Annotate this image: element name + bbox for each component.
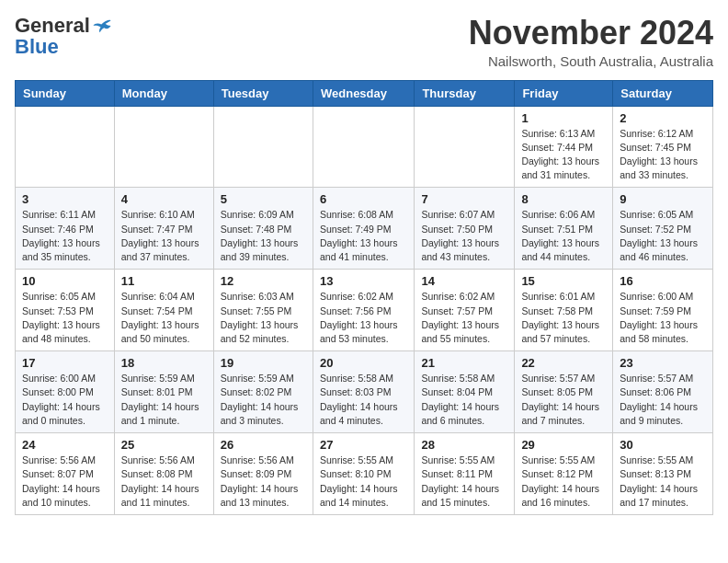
calendar-week-row: 3Sunrise: 6:11 AM Sunset: 7:46 PM Daylig… [16,188,713,270]
day-number: 27 [320,438,407,452]
day-number: 16 [620,274,706,288]
calendar-cell: 28Sunrise: 5:55 AM Sunset: 8:11 PM Dayli… [415,433,515,515]
col-header-tuesday: Tuesday [213,80,313,106]
day-info: Sunrise: 5:59 AM Sunset: 8:01 PM Dayligh… [121,372,207,428]
calendar-cell: 16Sunrise: 6:00 AM Sunset: 7:59 PM Dayli… [613,270,713,351]
calendar-cell: 26Sunrise: 5:56 AM Sunset: 8:09 PM Dayli… [213,433,313,515]
day-number: 25 [121,438,207,452]
day-info: Sunrise: 6:05 AM Sunset: 7:53 PM Dayligh… [22,290,108,346]
day-info: Sunrise: 6:10 AM Sunset: 7:47 PM Dayligh… [121,208,207,264]
calendar-cell: 8Sunrise: 6:06 AM Sunset: 7:51 PM Daylig… [515,188,613,270]
day-info: Sunrise: 6:00 AM Sunset: 8:00 PM Dayligh… [22,372,108,428]
day-info: Sunrise: 5:56 AM Sunset: 8:07 PM Dayligh… [22,454,108,510]
day-info: Sunrise: 5:55 AM Sunset: 8:12 PM Dayligh… [521,454,606,510]
day-number: 15 [521,274,606,288]
day-number: 12 [221,274,306,288]
day-number: 7 [421,192,507,206]
day-number: 8 [521,192,606,206]
col-header-monday: Monday [114,80,213,106]
day-info: Sunrise: 6:11 AM Sunset: 7:46 PM Dayligh… [22,208,108,264]
calendar-cell: 11Sunrise: 6:04 AM Sunset: 7:54 PM Dayli… [114,270,213,351]
calendar-cell: 24Sunrise: 5:56 AM Sunset: 8:07 PM Dayli… [16,433,115,515]
day-number: 19 [221,356,306,370]
day-info: Sunrise: 6:03 AM Sunset: 7:55 PM Dayligh… [221,290,306,346]
day-info: Sunrise: 5:55 AM Sunset: 8:13 PM Dayligh… [620,454,706,510]
location-subtitle: Nailsworth, South Australia, Australia [469,53,713,69]
day-info: Sunrise: 5:57 AM Sunset: 8:05 PM Dayligh… [521,372,606,428]
day-number: 9 [620,192,706,206]
day-info: Sunrise: 5:56 AM Sunset: 8:08 PM Dayligh… [121,454,207,510]
day-number: 11 [121,274,207,288]
day-info: Sunrise: 6:02 AM Sunset: 7:56 PM Dayligh… [320,290,407,346]
calendar-header-row: SundayMondayTuesdayWednesdayThursdayFrid… [16,80,713,106]
calendar-week-row: 1Sunrise: 6:13 AM Sunset: 7:44 PM Daylig… [16,106,713,188]
day-number: 17 [22,356,108,370]
col-header-wednesday: Wednesday [313,80,414,106]
col-header-thursday: Thursday [415,80,515,106]
day-info: Sunrise: 6:04 AM Sunset: 7:54 PM Dayligh… [121,290,207,346]
month-title: November 2024 [469,15,713,52]
day-info: Sunrise: 5:56 AM Sunset: 8:09 PM Dayligh… [221,454,306,510]
col-header-saturday: Saturday [613,80,713,106]
day-info: Sunrise: 6:05 AM Sunset: 7:52 PM Dayligh… [620,208,706,264]
day-number: 14 [421,274,507,288]
day-number: 18 [121,356,207,370]
logo-general: General [15,15,90,37]
day-info: Sunrise: 6:06 AM Sunset: 7:51 PM Dayligh… [521,208,606,264]
day-number: 4 [121,192,207,206]
day-number: 13 [320,274,407,288]
day-info: Sunrise: 6:01 AM Sunset: 7:58 PM Dayligh… [521,290,606,346]
day-number: 28 [421,438,507,452]
day-number: 21 [421,356,507,370]
day-info: Sunrise: 6:09 AM Sunset: 7:48 PM Dayligh… [221,208,306,264]
calendar-week-row: 17Sunrise: 6:00 AM Sunset: 8:00 PM Dayli… [16,351,713,433]
day-number: 20 [320,356,407,370]
calendar-cell: 22Sunrise: 5:57 AM Sunset: 8:05 PM Dayli… [515,351,613,433]
logo: General Blue [15,15,112,57]
calendar-cell: 15Sunrise: 6:01 AM Sunset: 7:58 PM Dayli… [515,270,613,351]
calendar-cell: 13Sunrise: 6:02 AM Sunset: 7:56 PM Dayli… [313,270,414,351]
day-info: Sunrise: 5:58 AM Sunset: 8:04 PM Dayligh… [421,372,507,428]
calendar-cell: 20Sunrise: 5:58 AM Sunset: 8:03 PM Dayli… [313,351,414,433]
day-number: 26 [221,438,306,452]
calendar-cell: 19Sunrise: 5:59 AM Sunset: 8:02 PM Dayli… [213,351,313,433]
calendar-cell: 17Sunrise: 6:00 AM Sunset: 8:00 PM Dayli… [16,351,115,433]
day-number: 23 [620,356,706,370]
calendar-week-row: 24Sunrise: 5:56 AM Sunset: 8:07 PM Dayli… [16,433,713,515]
day-info: Sunrise: 6:00 AM Sunset: 7:59 PM Dayligh… [620,290,706,346]
day-number: 5 [221,192,306,206]
day-number: 29 [521,438,606,452]
calendar-cell: 21Sunrise: 5:58 AM Sunset: 8:04 PM Dayli… [415,351,515,433]
calendar-cell: 1Sunrise: 6:13 AM Sunset: 7:44 PM Daylig… [515,106,613,188]
calendar-table: SundayMondayTuesdayWednesdayThursdayFrid… [15,80,713,515]
calendar-cell: 2Sunrise: 6:12 AM Sunset: 7:45 PM Daylig… [613,106,713,188]
calendar-cell: 6Sunrise: 6:08 AM Sunset: 7:49 PM Daylig… [313,188,414,270]
calendar-cell: 14Sunrise: 6:02 AM Sunset: 7:57 PM Dayli… [415,270,515,351]
logo-bird-icon [92,16,112,36]
calendar-cell [313,106,414,188]
day-number: 30 [620,438,706,452]
calendar-cell: 9Sunrise: 6:05 AM Sunset: 7:52 PM Daylig… [613,188,713,270]
day-number: 3 [22,192,108,206]
page-header: General Blue November 2024 Nailsworth, S… [15,15,713,69]
calendar-cell: 18Sunrise: 5:59 AM Sunset: 8:01 PM Dayli… [114,351,213,433]
calendar-cell: 10Sunrise: 6:05 AM Sunset: 7:53 PM Dayli… [16,270,115,351]
calendar-cell: 27Sunrise: 5:55 AM Sunset: 8:10 PM Dayli… [313,433,414,515]
calendar-cell: 30Sunrise: 5:55 AM Sunset: 8:13 PM Dayli… [613,433,713,515]
day-info: Sunrise: 5:55 AM Sunset: 8:10 PM Dayligh… [320,454,407,510]
calendar-cell: 4Sunrise: 6:10 AM Sunset: 7:47 PM Daylig… [114,188,213,270]
day-info: Sunrise: 6:12 AM Sunset: 7:45 PM Dayligh… [620,127,706,183]
day-number: 22 [521,356,606,370]
calendar-cell [16,106,115,188]
calendar-cell: 25Sunrise: 5:56 AM Sunset: 8:08 PM Dayli… [114,433,213,515]
col-header-sunday: Sunday [16,80,115,106]
day-info: Sunrise: 6:08 AM Sunset: 7:49 PM Dayligh… [320,208,407,264]
calendar-cell [213,106,313,188]
calendar-cell [415,106,515,188]
day-number: 2 [620,111,706,125]
calendar-cell: 29Sunrise: 5:55 AM Sunset: 8:12 PM Dayli… [515,433,613,515]
day-number: 6 [320,192,407,206]
calendar-cell: 23Sunrise: 5:57 AM Sunset: 8:06 PM Dayli… [613,351,713,433]
day-info: Sunrise: 6:02 AM Sunset: 7:57 PM Dayligh… [421,290,507,346]
title-block: November 2024 Nailsworth, South Australi… [469,15,713,69]
